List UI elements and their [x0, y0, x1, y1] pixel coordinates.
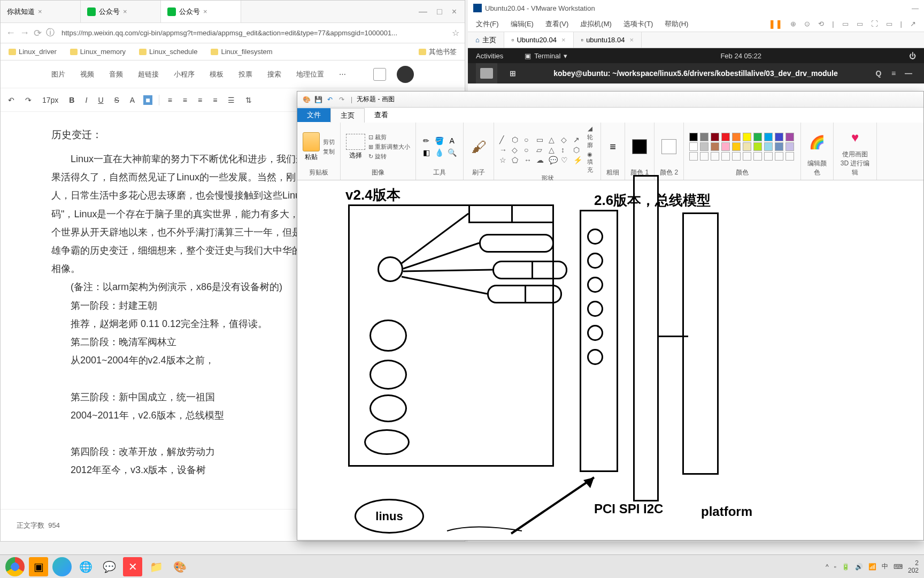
maximize-icon[interactable]: □ — [437, 7, 442, 17]
more-icon[interactable]: ⋯ — [339, 70, 346, 78]
menu-tabs[interactable]: 选项卡(T) — [623, 19, 653, 29]
star-icon[interactable]: ☆ — [452, 28, 459, 38]
line-height-icon[interactable]: ⇅ — [243, 95, 254, 105]
align-right-icon[interactable]: ≡ — [196, 95, 204, 105]
pause-icon[interactable]: ❚❚ — [768, 19, 782, 29]
network-icon[interactable]: ⏻ — [909, 52, 916, 60]
bookmark-item[interactable]: Linux_driver — [9, 48, 57, 56]
toolbar-video[interactable]: 视频 — [80, 70, 94, 79]
fullscreen-icon[interactable]: ⛶ — [871, 20, 878, 28]
close-icon[interactable]: × — [561, 36, 566, 44]
close-icon[interactable]: × — [38, 7, 45, 16]
thickness-icon[interactable]: ≡ — [610, 141, 616, 153]
list-icon[interactable]: ☰ — [226, 95, 237, 105]
toolbar-location[interactable]: 地理位置 — [296, 70, 324, 79]
vm-tab-ubuntu18[interactable]: ▫ubuntu18.04× — [574, 32, 642, 48]
url-input[interactable]: https://mp.weixin.qq.com/cgi-bin/appmsg?… — [59, 26, 448, 40]
chevron-up-icon[interactable]: ^ — [826, 563, 829, 571]
toolbar-miniapp[interactable]: 小程序 — [174, 70, 195, 79]
unity-icon[interactable]: ▭ — [886, 20, 892, 28]
datetime[interactable]: Feb 24 05:22 — [720, 52, 761, 60]
close-icon[interactable]: × — [203, 7, 211, 16]
reload-icon[interactable]: ⟳ — [34, 27, 42, 39]
rotate-button[interactable]: ↻ 旋转 — [368, 153, 410, 161]
time[interactable]: 2 — [908, 559, 919, 567]
back-icon[interactable]: ← — [6, 27, 16, 39]
close-icon[interactable]: × — [629, 36, 634, 44]
layout-icon[interactable]: ▭ — [842, 20, 849, 28]
brush-icon[interactable]: 🖌 — [469, 135, 488, 158]
menu-edit[interactable]: 编辑(E) — [511, 19, 534, 29]
crop-button[interactable]: ⊡ 裁剪 — [368, 133, 410, 141]
chrome-icon[interactable]: 🌐 — [76, 557, 95, 576]
toolbar-link[interactable]: 超链接 — [138, 70, 159, 79]
snapshot-icon[interactable]: ⊕ — [790, 20, 796, 28]
bookmark-item[interactable]: Linux_memory — [70, 48, 126, 56]
bold-icon[interactable]: B — [67, 95, 76, 105]
redo-icon[interactable]: ↷ — [337, 95, 346, 104]
close-icon[interactable]: × — [123, 7, 130, 16]
bookmark-item[interactable]: Linux_schedule — [139, 48, 197, 56]
toolbar-template[interactable]: 模板 — [210, 70, 224, 79]
menu-file[interactable]: 文件(F) — [476, 19, 499, 29]
volume-icon[interactable]: 🔊 — [855, 563, 863, 571]
edit-colors-icon[interactable]: 🌈 — [809, 135, 825, 150]
tab-home[interactable]: 主页 — [330, 108, 365, 123]
phone-preview-icon[interactable] — [373, 68, 386, 81]
toolbar-search[interactable]: 搜索 — [267, 70, 281, 79]
color1-swatch[interactable] — [632, 139, 647, 154]
toolbar-image[interactable]: 图片 — [51, 70, 65, 79]
vm-tab-ubuntu20[interactable]: ▫Ubuntu20.04× — [504, 32, 574, 48]
highlight-icon[interactable]: ■ — [143, 95, 152, 105]
cut-button[interactable]: 剪切 — [323, 138, 335, 146]
files-dock-icon[interactable] — [476, 63, 497, 83]
italic-icon[interactable]: I — [83, 95, 89, 105]
resize-button[interactable]: ⊞ 重新调整大小 — [368, 143, 410, 151]
keyboard-icon[interactable]: ⌨ — [894, 563, 903, 571]
color2-swatch[interactable] — [661, 139, 676, 154]
app-icon[interactable] — [52, 557, 72, 576]
battery-icon[interactable]: 🔋 — [842, 563, 850, 571]
menu-vm[interactable]: 虚拟机(M) — [580, 19, 612, 29]
menu-icon[interactable]: ≡ — [886, 66, 901, 81]
minimize-icon[interactable]: — — [912, 4, 919, 12]
paint-canvas[interactable]: v2.4版本 2.6版本，总线模型 — [297, 180, 923, 540]
text-icon[interactable]: A — [447, 136, 457, 146]
vm-tab-home[interactable]: ⌂主页 — [468, 32, 504, 48]
eraser-icon[interactable]: ◧ — [421, 148, 431, 157]
tab-1[interactable]: 公众号× — [81, 1, 161, 22]
search-icon[interactable]: Q — [871, 66, 886, 81]
wechat-icon[interactable]: 💬 — [99, 557, 119, 576]
close-icon[interactable]: × — [452, 7, 457, 17]
paint3d-icon[interactable]: ♥ — [851, 130, 859, 145]
terminal-app-indicator[interactable]: ▣ Terminal ▾ — [519, 51, 573, 61]
color-palette[interactable] — [689, 133, 795, 161]
paste-button[interactable]: 粘贴 — [303, 132, 320, 162]
forward-icon[interactable]: → — [20, 27, 29, 39]
toolbar-vote[interactable]: 投票 — [238, 70, 252, 79]
font-size[interactable]: 17px — [40, 95, 60, 105]
activities-button[interactable]: Activities — [476, 52, 503, 60]
undo-icon[interactable]: ↶ — [6, 95, 17, 105]
chrome-icon[interactable] — [5, 557, 25, 576]
toolbar-audio[interactable]: 音频 — [109, 70, 123, 79]
wifi-icon[interactable]: 📶 — [868, 563, 876, 571]
fill-button[interactable]: ◉ 填充 — [587, 151, 595, 174]
strike-icon[interactable]: S — [112, 95, 121, 105]
copy-button[interactable]: 复制 — [323, 148, 335, 156]
select-button[interactable]: 选择 — [346, 134, 365, 160]
minimize-icon[interactable]: — — [901, 66, 916, 81]
layout-icon[interactable]: ▭ — [857, 20, 863, 28]
font-color-icon[interactable]: A — [128, 95, 137, 105]
minimize-icon[interactable]: — — [419, 7, 427, 17]
snapshot-mgr-icon[interactable]: ⊙ — [804, 20, 810, 28]
tab-0[interactable]: 你就知道× — [1, 1, 81, 22]
fill-icon[interactable]: 🪣 — [434, 136, 444, 146]
align-justify-icon[interactable]: ≡ — [211, 95, 219, 105]
bookmark-item[interactable]: Linux_filesystem — [211, 48, 272, 56]
explorer-icon[interactable]: 📁 — [147, 557, 166, 576]
picker-icon[interactable]: 💧 — [434, 148, 444, 157]
pencil-icon[interactable]: ✏ — [421, 136, 431, 146]
vmware-icon[interactable]: ▣ — [29, 557, 48, 576]
date[interactable]: 202 — [908, 567, 919, 574]
